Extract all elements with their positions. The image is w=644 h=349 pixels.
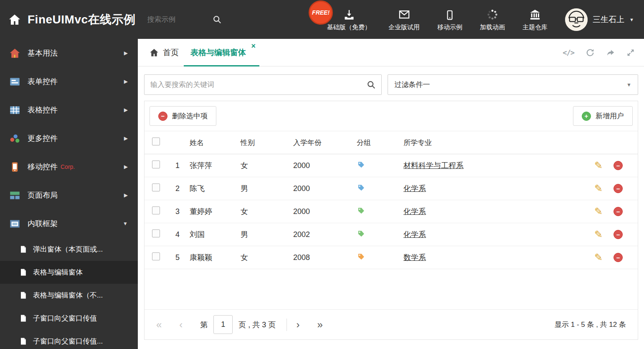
sidebar-item-mobile-controls[interactable]: 移动控件 Corp. ▶ [0,153,138,181]
delete-icon[interactable]: − [614,184,623,193]
table-row: 1 张萍萍 女 2000 材料科学与工程系 ✎− [145,154,638,177]
cell-gender: 女 [237,200,290,223]
cell-year: 2000 [290,154,353,177]
sidebar-item-basic-usage[interactable]: 基本用法 ▶ [0,39,138,67]
refresh-icon[interactable] [586,48,595,57]
next-page-button[interactable]: › [296,320,299,330]
sidebar-subitem-child-to-parent[interactable]: 子窗口向父窗口传值 [0,307,138,330]
tab-grid-edit-window[interactable]: 表格与编辑窗体 × [184,39,259,66]
cell-gender: 男 [237,177,290,200]
row-checkbox[interactable] [152,160,160,168]
sidebar-subitem-popup-window[interactable]: 弹出窗体（本页面或... [0,238,138,261]
delete-selected-button[interactable]: − 删除选中项 [150,106,216,126]
mobile-icon [9,161,20,173]
home-icon [150,48,159,57]
delete-icon[interactable]: − [614,230,623,239]
major-link[interactable]: 化学系 [403,184,426,193]
tag-icon [357,229,366,238]
pagination-bar: « ‹ 第 页 , 共 3 页 › » 显示 1 - 5 条 , 共 12 条 [145,309,638,339]
add-user-button[interactable]: + 新增用户 [573,106,633,126]
edit-icon[interactable]: ✎ [594,229,603,239]
major-link[interactable]: 化学系 [403,207,426,216]
search-icon[interactable] [367,80,376,89]
page-number-input[interactable] [213,315,233,334]
file-icon [19,337,27,345]
row-checkbox[interactable] [152,229,160,237]
keyword-search-input[interactable] [145,75,381,94]
nav-item-mobile-demo[interactable]: 移动示例 [437,8,462,31]
grid-toolbar: − 删除选中项 + 新增用户 [145,101,638,131]
app-title: FineUIMvc在线示例 [28,12,136,28]
tab-home[interactable]: 首页 [145,39,184,66]
filter-dropdown[interactable]: 过滤条件一 ▼ [388,74,639,95]
nav-label: 企业版试用 [388,23,420,31]
sidebar-menu: 基本用法 ▶ 表单控件 ▶ 表格控件 ▶ 更多控件 ▶ [0,39,138,349]
select-all-checkbox[interactable] [152,138,160,145]
sidebar-subitem-grid-edit-window[interactable]: 表格与编辑窗体 [0,261,138,284]
sidebar-item-label: 移动控件 [28,162,58,172]
filter-row: 过滤条件一 ▼ [144,74,638,95]
edit-icon[interactable]: ✎ [594,160,603,171]
edit-icon[interactable]: ✎ [594,183,603,194]
row-checkbox[interactable] [152,183,160,191]
sidebar-subitem-label: 弹出窗体（本页面或... [33,245,103,254]
row-checkbox[interactable] [152,206,160,214]
header-search-input[interactable] [147,15,210,24]
first-page-button[interactable]: « [156,320,162,330]
user-menu[interactable]: 三生石上 ▼ [565,8,634,31]
column-header-actions [591,131,638,154]
major-link[interactable]: 材料科学与工程系 [403,161,464,170]
nav-item-theme-repo[interactable]: 主题仓库 [522,8,548,31]
layout-icon [9,190,20,201]
sidebar-subitem-child-to-parent-2[interactable]: 子窗口向父窗口传值... [0,330,138,349]
expand-icon[interactable] [626,48,635,57]
delete-icon[interactable]: − [614,161,623,170]
major-link[interactable]: 化学系 [403,230,426,239]
column-header-major: 所学专业 [400,131,591,154]
sidebar-item-more-controls[interactable]: 更多控件 ▶ [0,124,138,153]
more-icon [9,133,20,144]
last-page-button[interactable]: » [317,320,322,330]
home-icon [9,48,20,59]
bank-icon [529,8,541,20]
row-checkbox[interactable] [152,252,160,260]
major-link[interactable]: 数学系 [403,253,426,262]
tag-icon [357,206,366,215]
delete-icon[interactable]: − [614,253,623,262]
home-icon[interactable] [8,13,21,26]
cell-gender: 女 [237,246,290,269]
delete-icon[interactable]: − [614,207,623,216]
column-header-group: 分组 [353,131,400,154]
envelope-icon [398,8,410,20]
cell-year: 2002 [290,223,353,246]
frame-icon [9,218,20,229]
nav-item-basic-free[interactable]: FREE! 基础版（免费） [327,8,371,31]
form-icon [9,76,20,87]
share-icon[interactable] [606,48,615,57]
sidebar-item-page-layout[interactable]: 页面布局 ▶ [0,181,138,209]
chevron-right-icon: ▶ [124,135,128,141]
code-icon[interactable]: </> [563,48,574,57]
sidebar-item-label: 内联框架 [28,219,58,229]
sidebar-subitem-label: 表格与编辑窗体 [33,267,83,277]
sidebar-item-grid-controls[interactable]: 表格控件 ▶ [0,96,138,124]
prev-page-button[interactable]: ‹ [179,320,183,330]
close-icon[interactable]: × [251,42,256,50]
column-header-index [166,131,186,154]
sidebar-item-inline-frame[interactable]: 内联框架 ▼ [0,209,138,238]
chevron-right-icon: ▶ [124,164,128,170]
edit-icon[interactable]: ✎ [594,252,603,262]
sidebar-subitem-grid-edit-window-2[interactable]: 表格与编辑窗体（不... [0,284,138,307]
table-row: 3 董婷婷 女 2000 化学系 ✎− [145,200,638,223]
table-icon [9,104,20,116]
avatar [565,8,588,31]
nav-item-enterprise-trial[interactable]: 企业版试用 [388,8,420,31]
minus-circle-icon: − [158,112,167,121]
edit-icon[interactable]: ✎ [594,206,603,217]
nav-item-loading-animation[interactable]: 加载动画 [480,8,505,31]
search-icon[interactable] [213,15,222,24]
keyword-search [144,74,382,95]
sidebar-item-form-controls[interactable]: 表单控件 ▶ [0,67,138,96]
file-icon [19,291,27,299]
cell-gender: 男 [237,223,290,246]
